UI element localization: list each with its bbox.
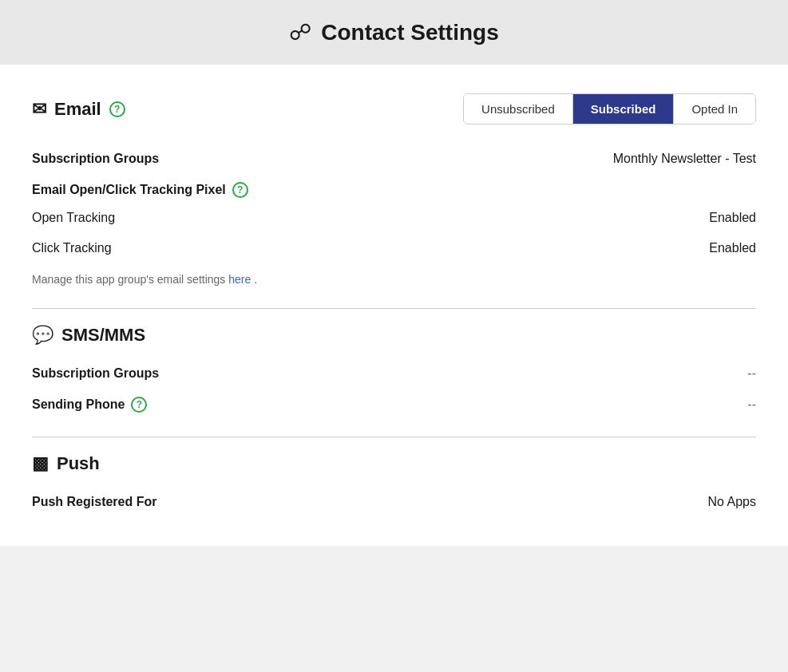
click-tracking-label: Click Tracking: [32, 241, 112, 255]
sending-phone-row: Sending Phone ? --: [32, 389, 756, 421]
click-tracking-value: Enabled: [709, 241, 756, 255]
push-registered-row: Push Registered For No Apps: [32, 487, 756, 517]
sms-subscription-groups-value: --: [747, 366, 756, 381]
open-tracking-value: Enabled: [709, 211, 756, 225]
sms-section-title: SMS/MMS: [61, 325, 145, 346]
sms-subscription-groups-row: Subscription Groups --: [32, 358, 756, 389]
sending-phone-value: --: [747, 397, 756, 412]
sending-phone-label: Sending Phone ?: [32, 397, 147, 413]
email-section-header: ✉ Email ? Unsubscribed Subscribed Opted …: [32, 93, 756, 125]
click-tracking-row: Click Tracking Enabled: [32, 233, 756, 263]
sms-title-group: 💬 SMS/MMS: [32, 325, 756, 346]
push-title-group: ▩ Push: [32, 453, 756, 474]
sms-icon: 💬: [32, 325, 53, 346]
email-help-icon[interactable]: ?: [109, 101, 125, 117]
tracking-title: Email Open/Click Tracking Pixel: [32, 183, 226, 197]
push-registered-value: No Apps: [708, 495, 756, 509]
sms-push-divider: [32, 437, 756, 437]
main-content: ✉ Email ? Unsubscribed Subscribed Opted …: [0, 65, 788, 546]
email-sms-divider: [32, 308, 756, 309]
email-section: ✉ Email ? Unsubscribed Subscribed Opted …: [32, 93, 756, 292]
email-title-group: ✉ Email ?: [32, 99, 125, 120]
opted-in-button[interactable]: Opted In: [674, 94, 755, 124]
open-tracking-label: Open Tracking: [32, 211, 115, 225]
email-subscription-toggle: Unsubscribed Subscribed Opted In: [463, 93, 756, 125]
sending-phone-help-icon[interactable]: ?: [131, 397, 147, 413]
header-icon: ☍: [289, 19, 311, 45]
tracking-subsection-header: Email Open/Click Tracking Pixel ?: [32, 174, 756, 203]
page-title: Contact Settings: [321, 20, 498, 45]
unsubscribed-button[interactable]: Unsubscribed: [464, 94, 573, 124]
email-icon: ✉: [32, 99, 46, 120]
push-section-title: Push: [57, 453, 100, 474]
sms-subscription-groups-label: Subscription Groups: [32, 366, 159, 381]
subscription-groups-label: Subscription Groups: [32, 152, 159, 166]
sms-section: 💬 SMS/MMS Subscription Groups -- Sending…: [32, 325, 756, 421]
page-header: ☍ Contact Settings: [0, 0, 788, 65]
subscription-groups-value: Monthly Newsletter - Test: [613, 152, 756, 166]
tracking-help-icon[interactable]: ?: [232, 182, 248, 198]
push-section: ▩ Push Push Registered For No Apps: [32, 453, 756, 517]
manage-settings-text: Manage this app group's email settings h…: [32, 263, 756, 292]
push-icon: ▩: [32, 453, 49, 474]
subscribed-button[interactable]: Subscribed: [573, 94, 675, 124]
subscription-groups-row: Subscription Groups Monthly Newsletter -…: [32, 144, 756, 174]
email-section-title: Email: [54, 99, 101, 120]
manage-settings-link[interactable]: here: [228, 273, 251, 286]
push-registered-label: Push Registered For: [32, 495, 156, 509]
open-tracking-row: Open Tracking Enabled: [32, 203, 756, 233]
